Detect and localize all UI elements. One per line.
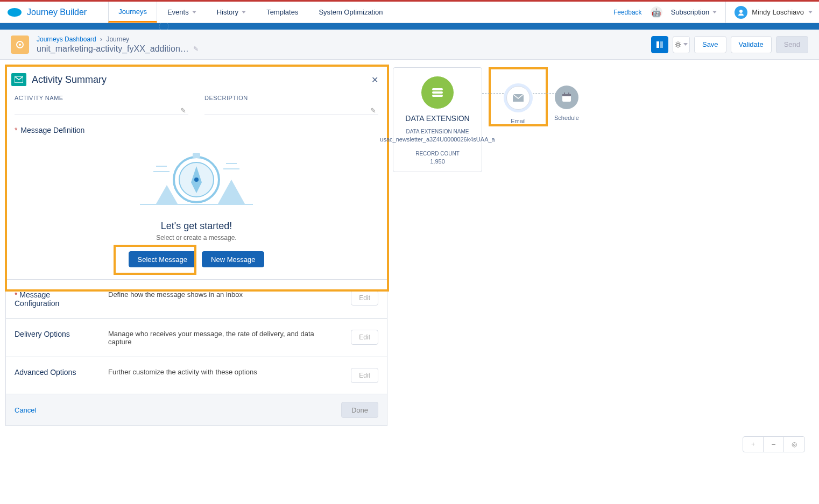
edit-name-icon[interactable]: ✎	[193, 45, 199, 53]
toolbar-actions: Save Validate Send	[651, 36, 808, 53]
user-name: Mindy Loschiavo	[752, 8, 804, 16]
connector	[482, 93, 504, 94]
salesforce-cloud-icon	[6, 7, 23, 18]
de-meta: DATA EXTENSION NAME usac_newsletter_a3Z4…	[380, 128, 495, 166]
select-message-button[interactable]: Select Message	[129, 251, 197, 267]
breadcrumb-root[interactable]: Journeys Dashboard	[37, 36, 96, 43]
svg-rect-21	[562, 94, 571, 96]
de-name-label: DATA EXTENSION NAME	[380, 128, 495, 136]
app-header: Journey Builder Journeys Events History …	[0, 2, 819, 23]
subscription-label: Subscription	[671, 8, 710, 16]
journey-name-text: unit_marketing-activity_fyXX_addition…	[37, 44, 189, 54]
cancel-button[interactable]: Cancel	[15, 406, 36, 414]
zoom-controls: + – ◎	[743, 436, 805, 452]
panel-header: Activity Summary ✕	[6, 66, 387, 91]
svg-point-0	[8, 8, 22, 17]
svg-rect-5	[660, 41, 663, 48]
subscription-menu[interactable]: Subscription	[671, 8, 717, 16]
validate-button[interactable]: Validate	[731, 36, 772, 53]
section-label: * Message Configuration	[15, 290, 95, 308]
de-count-value: 1,950	[380, 158, 495, 166]
svg-rect-4	[656, 41, 659, 48]
section-desc: Further customize the activity with thes…	[108, 368, 338, 376]
advanced-section: Advanced Options Further customize the a…	[6, 357, 387, 394]
message-definition-label: Message Definition	[20, 126, 84, 134]
activity-name-label: ACTIVITY NAME	[15, 95, 188, 101]
app-title: Journey Builder	[27, 8, 87, 17]
edit-icon: ✎	[180, 107, 186, 115]
chevron-down-icon	[808, 11, 813, 13]
tab-label: History	[217, 8, 238, 16]
section-label: Advanced Options	[15, 368, 95, 377]
done-button: Done	[341, 402, 378, 418]
zoom-in-button[interactable]: +	[743, 437, 764, 452]
pattern-bar	[0, 23, 819, 30]
message-config-section: * Message Configuration Define how the m…	[6, 279, 387, 318]
svg-point-3	[19, 44, 21, 46]
feedback-link[interactable]: Feedback	[613, 9, 642, 16]
activity-panel: Activity Summary ✕ ACTIVITY NAME ✎ DESCR…	[5, 65, 387, 426]
highlight-select-message-wrap: Select Message	[129, 251, 197, 267]
tab-label: Templates	[266, 8, 298, 16]
breadcrumb-current: Journey	[106, 36, 129, 43]
tab-templates[interactable]: Templates	[256, 2, 308, 23]
activity-name-input[interactable]: ✎	[15, 101, 188, 115]
panel-title: Activity Summary	[32, 74, 107, 86]
description-group: DESCRIPTION ✎	[204, 95, 378, 115]
delivery-section: Delivery Options Manage who receives you…	[6, 318, 387, 357]
layout-toggle-button[interactable]	[651, 36, 668, 53]
get-started-sub: Select or create a message.	[156, 234, 236, 242]
user-menu[interactable]: Mindy Loschiavo	[725, 2, 813, 23]
email-badge-icon	[11, 73, 26, 86]
description-input[interactable]: ✎	[204, 101, 378, 115]
button-row: Select Message New Message	[129, 251, 265, 267]
form-row: ACTIVITY NAME ✎ DESCRIPTION ✎	[6, 91, 387, 117]
schedule-step[interactable]: Schedule	[554, 67, 579, 121]
header-right: Feedback 🤖 Subscription Mindy Loschiavo	[613, 2, 813, 23]
description-label: DESCRIPTION	[204, 95, 378, 101]
zoom-out-button[interactable]: –	[764, 437, 784, 452]
section-desc: Manage who receives your message, the ra…	[108, 330, 338, 346]
breadcrumb: Journeys Dashboard › Journey	[37, 36, 199, 43]
close-icon[interactable]: ✕	[371, 75, 378, 85]
tab-label: Journeys	[118, 8, 147, 16]
tab-journeys[interactable]: Journeys	[108, 2, 157, 23]
send-button: Send	[776, 36, 808, 53]
main-area: Activity Summary ✕ ACTIVITY NAME ✎ DESCR…	[0, 60, 819, 431]
svg-rect-16	[432, 88, 443, 90]
data-extension-icon	[421, 76, 454, 109]
label-text: Message Configuration	[15, 290, 59, 308]
svg-rect-15	[193, 153, 200, 158]
einstein-icon[interactable]: 🤖	[651, 6, 662, 18]
svg-point-1	[739, 10, 743, 13]
edit-icon: ✎	[370, 107, 376, 115]
edit-advanced-button[interactable]: Edit	[351, 368, 378, 383]
svg-rect-8	[140, 204, 253, 205]
chevron-down-icon	[683, 43, 688, 46]
message-definition-section: * Message Definition	[6, 117, 387, 137]
save-button[interactable]: Save	[694, 36, 726, 53]
email-label: Email	[511, 118, 526, 124]
compass-illustration-icon	[135, 142, 258, 217]
journey-canvas: DATA EXTENSION DATA EXTENSION NAME usac_…	[393, 65, 818, 172]
panel-footer: Cancel Done	[6, 394, 387, 425]
settings-button[interactable]	[673, 36, 690, 53]
journey-icon	[11, 36, 29, 54]
svg-marker-10	[218, 180, 245, 204]
tab-events[interactable]: Events	[157, 2, 207, 23]
edit-message-config-button[interactable]: Edit	[351, 290, 378, 306]
svg-rect-22	[564, 93, 565, 95]
user-avatar-icon	[735, 6, 747, 19]
de-title: DATA EXTENSION	[405, 114, 469, 123]
schedule-label: Schedule	[554, 115, 579, 121]
zoom-reset-button[interactable]: ◎	[784, 437, 804, 452]
tab-system-optimization[interactable]: System Optimization	[308, 2, 393, 23]
edit-delivery-button[interactable]: Edit	[351, 330, 378, 345]
breadcrumb-block: Journeys Dashboard › Journey unit_market…	[37, 36, 199, 54]
journey-toolbar: Journeys Dashboard › Journey unit_market…	[0, 30, 819, 60]
data-extension-card[interactable]: DATA EXTENSION DATA EXTENSION NAME usac_…	[393, 67, 482, 172]
new-message-button[interactable]: New Message	[202, 251, 264, 267]
tab-label: Events	[167, 8, 189, 16]
email-step[interactable]: Email	[504, 67, 533, 124]
tab-history[interactable]: History	[207, 2, 256, 23]
